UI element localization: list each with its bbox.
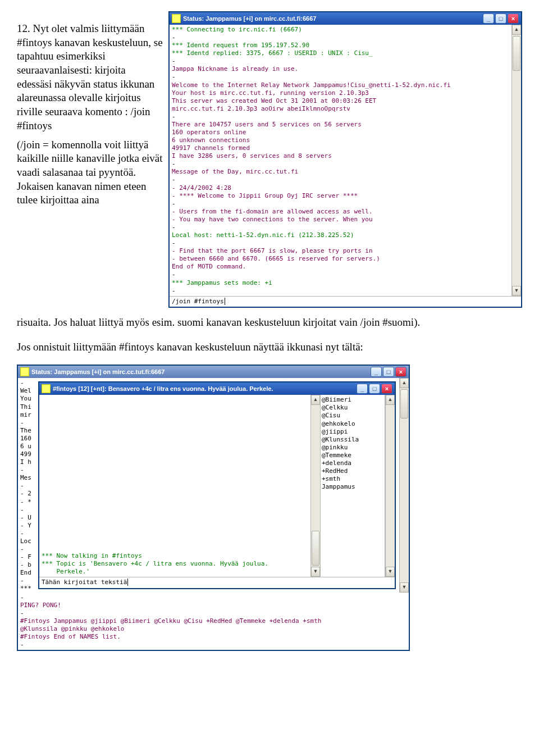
log-line: - between 6660 and 6670. (6665 is reserv… <box>172 255 509 263</box>
scroll-thumb[interactable] <box>400 389 408 418</box>
maximize-button[interactable]: □ <box>383 367 394 377</box>
userlist-scrollbar[interactable]: ▲ ▼ <box>385 395 395 577</box>
log-line: - **** Welcome to Jippii Group Oyj IRC s… <box>172 192 509 200</box>
log-line: *** Connecting to irc.nic.fi (6667) <box>172 26 509 34</box>
peek-line: mir <box>20 411 31 419</box>
log-line: - <box>172 271 509 279</box>
peek-line: - <box>20 577 31 585</box>
channel-input[interactable]: Tähän kirjoitat tekstiä <box>39 577 395 588</box>
peek-line: Loc <box>20 538 31 545</box>
minimize-button[interactable]: _ <box>357 384 368 394</box>
user-list-item[interactable]: @pinkku <box>322 444 383 452</box>
log-line: There are 104757 users and 5 services on… <box>172 121 509 129</box>
channel-title-bar[interactable]: #fintoys [12] [+nt]: Bensavero +4c / lit… <box>39 382 395 395</box>
log-line: Local host: netti-1-52.dyn.nic.fi (212.3… <box>172 231 509 239</box>
peek-line: - 2 <box>20 490 31 498</box>
user-list-item[interactable]: Jamppamus <box>322 483 383 491</box>
log-line: I have 3286 users, 0 services and 8 serv… <box>172 152 509 160</box>
user-list-item[interactable]: +smth <box>322 475 383 483</box>
app-icon <box>42 384 51 393</box>
log-line: - <box>172 160 509 168</box>
log-line: End of MOTD command. <box>172 263 509 271</box>
scroll-down-icon[interactable]: ▼ <box>386 567 395 577</box>
user-list[interactable]: @Biimeri@Celkku@Cisu@ehkokelo@jiippi@Klu… <box>320 395 385 577</box>
log-line: - Users from the fi-domain are allowed a… <box>172 208 509 216</box>
scroll-up-icon[interactable]: ▲ <box>311 395 320 405</box>
scrollbar[interactable]: ▲ ▼ <box>511 25 521 296</box>
log-line: - 24/4/2002 4:28 <box>172 184 509 192</box>
log-line: *** Identd replied: 3375, 6667 : USERID … <box>172 49 509 57</box>
scroll-down-icon[interactable]: ▼ <box>512 286 521 296</box>
outer-scrollbar[interactable]: ▲ ▼ <box>399 378 409 592</box>
maximize-button[interactable]: □ <box>369 384 380 394</box>
peek-line: *** <box>20 585 31 593</box>
log-line: - <box>172 57 509 65</box>
user-list-item[interactable]: +RedHed <box>322 467 383 475</box>
maximize-button[interactable]: □ <box>495 13 506 24</box>
log-line: - <box>20 609 406 617</box>
user-list-item[interactable]: @Temmeke <box>322 452 383 459</box>
scroll-up-icon[interactable]: ▲ <box>400 378 409 388</box>
status-pane-peek: -WelYouThimir-The1606 u499I h-Mes-- 2- *… <box>18 378 34 594</box>
peek-line: - <box>20 379 31 387</box>
log-line: *** Identd request from 195.197.52.90 <box>172 42 509 49</box>
peek-line: You <box>20 395 31 403</box>
log-line: @Klunssila @pinkku @ehkokelo <box>20 625 406 633</box>
log-line: 6 unknown connections <box>172 136 509 144</box>
scroll-down-icon[interactable]: ▼ <box>311 567 320 577</box>
close-button[interactable]: × <box>381 384 392 394</box>
scroll-thumb[interactable] <box>513 36 520 71</box>
log-line: 160 operators online <box>172 129 509 136</box>
peek-line: - <box>20 466 31 474</box>
log-line: - <box>172 200 509 208</box>
log-line: mirc.cc.tut.fi 2.10.3p3 aoOirw abeiIklmn… <box>172 105 509 113</box>
channel-scrollbar[interactable]: ▲ ▼ <box>310 395 320 577</box>
peek-line: - <box>20 530 31 538</box>
user-list-item[interactable]: +delenda <box>322 459 383 467</box>
log-line: *** Now talking in #fintoys <box>42 552 308 560</box>
title-bar[interactable]: Status: Jamppamus [+i] on mirc.cc.tut.fi… <box>170 12 521 25</box>
log-line: PING? PONG! <box>20 602 406 609</box>
log-line: Welcome to the Internet Relay Network Ja… <box>172 81 509 89</box>
app-icon <box>172 14 181 23</box>
peek-line: - F <box>20 553 31 561</box>
user-list-item[interactable]: @ehkokelo <box>322 420 383 428</box>
channel-window-title: #fintoys [12] [+nt]: Bensavero +4c / lit… <box>53 385 273 393</box>
log-line: Message of the Day, mirc.cc.tut.fi <box>172 168 509 176</box>
minimize-button[interactable]: _ <box>371 367 382 377</box>
scroll-up-icon[interactable]: ▲ <box>512 25 521 35</box>
scroll-down-icon[interactable]: ▼ <box>400 582 409 593</box>
minimize-button[interactable]: _ <box>483 13 494 24</box>
log-line: - <box>172 113 509 121</box>
peek-line: - <box>20 482 31 490</box>
paragraph-1b: (/join = komennolla voit liittyä kaikill… <box>17 138 163 207</box>
paragraph-2: Jos onnistuit liittymään #fintoys kanava… <box>17 340 522 354</box>
user-list-item[interactable]: @Cisu <box>322 412 383 420</box>
command-input[interactable]: /join #fintoys <box>170 296 521 307</box>
scroll-thumb[interactable] <box>312 531 319 566</box>
peek-line: 160 <box>20 435 31 443</box>
log-line: - You may have two connections to the se… <box>172 216 509 224</box>
close-button[interactable]: × <box>395 367 406 377</box>
user-list-item[interactable]: @Celkku <box>322 404 383 412</box>
log-line: - <box>20 641 406 649</box>
user-list-item[interactable]: @jiippi <box>322 428 383 436</box>
log-line: Perkele.' <box>42 568 308 576</box>
user-list-item[interactable]: @Biimeri <box>322 396 383 404</box>
user-list-item[interactable]: @Klunssila <box>322 436 383 444</box>
log-line: - <box>172 176 509 184</box>
log-line: *** Topic is 'Bensavero +4c / litra ens … <box>42 560 308 568</box>
peek-line: - U <box>20 514 31 522</box>
log-line: - <box>172 34 509 42</box>
peek-line: - Y <box>20 522 31 530</box>
peek-line: 6 u <box>20 443 31 450</box>
status-window-outer: Status: Jamppamus [+i] on mirc.cc.tut.fi… <box>17 365 410 651</box>
status-pane-tail: -PING? PONG!-#Fintoys Jamppamus @jiippi … <box>18 593 409 650</box>
status-pane: *** Connecting to irc.nic.fi (6667)-*** … <box>170 25 511 296</box>
scroll-up-icon[interactable]: ▲ <box>386 395 395 405</box>
channel-pane: *** Now talking in #fintoys*** Topic is … <box>39 395 310 577</box>
log-line: #Fintoys Jamppamus @jiippi @Biimeri @Cel… <box>20 617 406 625</box>
log-line: - <box>172 224 509 231</box>
close-button[interactable]: × <box>508 13 519 24</box>
title-bar-inactive[interactable]: Status: Jamppamus [+i] on mirc.cc.tut.fi… <box>18 366 409 378</box>
